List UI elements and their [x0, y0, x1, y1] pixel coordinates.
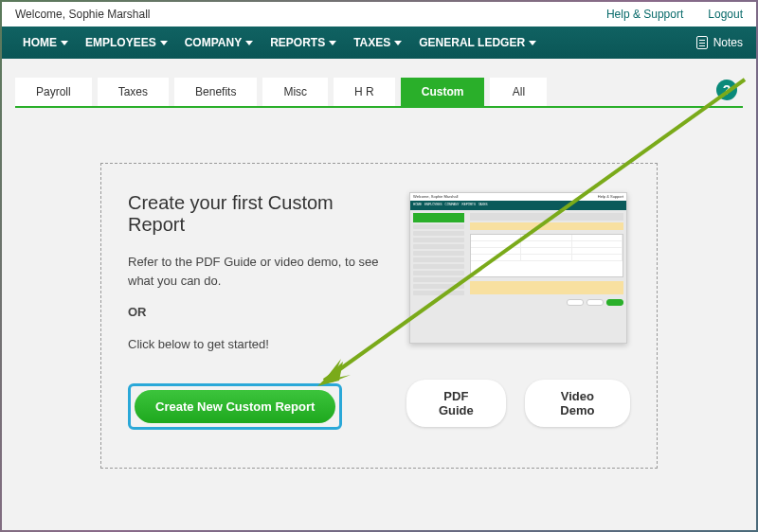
chevron-down-icon: [394, 41, 402, 45]
notes-icon: [696, 36, 708, 49]
logout-link[interactable]: Logout: [708, 8, 743, 21]
nav-items: HOME EMPLOYEES COMPANY REPORTS TAXES GEN…: [15, 28, 544, 57]
help-support-link[interactable]: Help & Support: [606, 8, 683, 21]
tab-custom[interactable]: Custom: [401, 78, 485, 106]
tab-all[interactable]: All: [490, 78, 547, 106]
panel-or: OR: [128, 303, 393, 322]
main-nav: HOME EMPLOYEES COMPANY REPORTS TAXES GEN…: [2, 27, 756, 59]
tab-taxes[interactable]: Taxes: [98, 78, 169, 106]
panel-line2: Click below to get started!: [128, 335, 393, 354]
panel-right: Welcome, Sophie MarshallHelp & Support H…: [406, 192, 630, 430]
tabs-row: Payroll Taxes Benefits Misc H R Custom A…: [15, 78, 743, 106]
top-bar: Welcome, Sophie Marshall Help & Support …: [2, 2, 756, 27]
help-icon[interactable]: ?: [716, 80, 737, 100]
notes-button[interactable]: Notes: [696, 36, 743, 49]
video-demo-button[interactable]: Video Demo: [525, 380, 630, 427]
secondary-buttons: PDF Guide Video Demo: [406, 380, 630, 427]
nav-general-ledger[interactable]: GENERAL LEDGER: [411, 28, 544, 57]
chevron-down-icon: [160, 41, 168, 45]
create-custom-report-button[interactable]: Create New Custom Report: [135, 390, 335, 423]
preview-screenshot: Welcome, Sophie MarshallHelp & Support H…: [409, 192, 627, 344]
empty-state-panel: Create your first Custom Report Refer to…: [100, 163, 658, 469]
chevron-down-icon: [61, 41, 68, 45]
panel-left: Create your first Custom Report Refer to…: [128, 192, 393, 430]
panel-heading: Create your first Custom Report: [128, 192, 393, 236]
tab-payroll[interactable]: Payroll: [15, 78, 92, 106]
nav-home[interactable]: HOME: [15, 28, 76, 57]
nav-reports[interactable]: REPORTS: [262, 28, 344, 57]
nav-company[interactable]: COMPANY: [177, 28, 261, 57]
pdf-guide-button[interactable]: PDF Guide: [406, 380, 506, 427]
chevron-down-icon: [245, 41, 253, 45]
welcome-text: Welcome, Sophie Marshall: [15, 8, 151, 21]
nav-employees[interactable]: EMPLOYEES: [78, 28, 175, 57]
tab-underline: [15, 106, 743, 108]
tab-misc[interactable]: Misc: [262, 78, 328, 106]
content-area: Payroll Taxes Benefits Misc H R Custom A…: [2, 59, 756, 530]
tab-hr[interactable]: H R: [334, 78, 395, 106]
top-bar-right: Help & Support Logout: [606, 8, 743, 21]
report-tabs: Payroll Taxes Benefits Misc H R Custom A…: [15, 78, 547, 106]
app-window: Welcome, Sophie Marshall Help & Support …: [2, 2, 756, 530]
chevron-down-icon: [529, 41, 536, 45]
tab-benefits[interactable]: Benefits: [174, 78, 257, 106]
panel-line1: Refer to the PDF Guide or video demo, to…: [128, 253, 393, 290]
cta-highlight: Create New Custom Report: [128, 383, 342, 430]
nav-taxes[interactable]: TAXES: [346, 28, 409, 57]
chevron-down-icon: [329, 41, 336, 45]
